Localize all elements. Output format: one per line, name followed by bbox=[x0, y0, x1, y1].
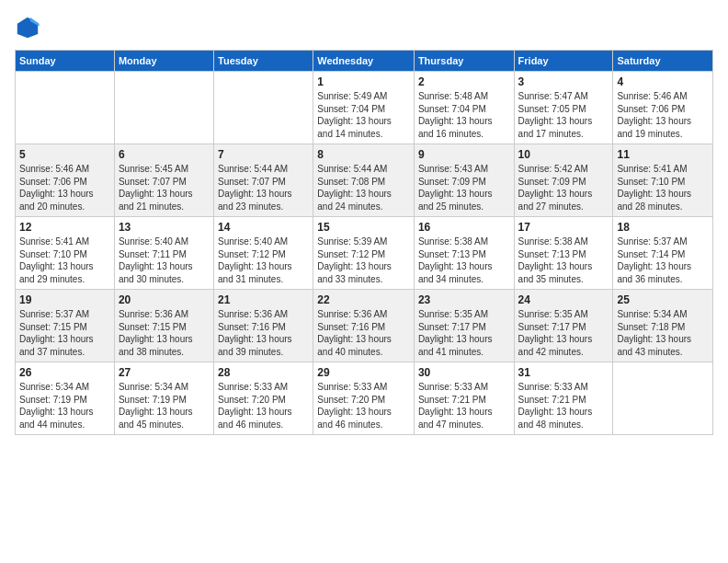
day-number: 21 bbox=[218, 293, 309, 306]
calendar-cell: 22Sunrise: 5:36 AM Sunset: 7:16 PM Dayli… bbox=[313, 290, 415, 362]
day-info: Sunrise: 5:36 AM Sunset: 7:16 PM Dayligh… bbox=[218, 308, 309, 358]
weekday-header: Monday bbox=[114, 51, 213, 72]
day-info: Sunrise: 5:44 AM Sunset: 7:08 PM Dayligh… bbox=[317, 163, 410, 213]
calendar-cell: 2Sunrise: 5:48 AM Sunset: 7:04 PM Daylig… bbox=[414, 72, 514, 144]
day-info: Sunrise: 5:36 AM Sunset: 7:15 PM Dayligh… bbox=[119, 308, 210, 358]
day-info: Sunrise: 5:42 AM Sunset: 7:09 PM Dayligh… bbox=[518, 163, 609, 213]
page-header bbox=[15, 15, 713, 40]
day-info: Sunrise: 5:35 AM Sunset: 7:17 PM Dayligh… bbox=[518, 308, 609, 358]
day-number: 5 bbox=[19, 148, 110, 161]
day-info: Sunrise: 5:33 AM Sunset: 7:20 PM Dayligh… bbox=[218, 381, 309, 431]
day-number: 9 bbox=[418, 148, 510, 161]
day-number: 16 bbox=[418, 221, 510, 234]
calendar-cell: 6Sunrise: 5:45 AM Sunset: 7:07 PM Daylig… bbox=[114, 144, 213, 217]
calendar-cell bbox=[613, 362, 713, 435]
day-number: 27 bbox=[119, 366, 210, 379]
day-info: Sunrise: 5:48 AM Sunset: 7:04 PM Dayligh… bbox=[418, 90, 510, 140]
calendar-cell: 21Sunrise: 5:36 AM Sunset: 7:16 PM Dayli… bbox=[214, 290, 313, 362]
day-number: 14 bbox=[218, 221, 309, 234]
day-info: Sunrise: 5:38 AM Sunset: 7:13 PM Dayligh… bbox=[518, 236, 609, 285]
logo-icon bbox=[15, 15, 40, 40]
calendar-cell bbox=[214, 72, 313, 144]
day-info: Sunrise: 5:41 AM Sunset: 7:10 PM Dayligh… bbox=[617, 163, 709, 213]
day-number: 19 bbox=[19, 293, 110, 306]
calendar-cell: 1Sunrise: 5:49 AM Sunset: 7:04 PM Daylig… bbox=[313, 72, 415, 144]
day-info: Sunrise: 5:44 AM Sunset: 7:07 PM Dayligh… bbox=[218, 163, 309, 213]
calendar-cell: 28Sunrise: 5:33 AM Sunset: 7:20 PM Dayli… bbox=[214, 362, 313, 435]
calendar-cell: 11Sunrise: 5:41 AM Sunset: 7:10 PM Dayli… bbox=[613, 144, 713, 217]
calendar-cell: 4Sunrise: 5:46 AM Sunset: 7:06 PM Daylig… bbox=[613, 72, 713, 144]
day-info: Sunrise: 5:45 AM Sunset: 7:07 PM Dayligh… bbox=[119, 163, 210, 213]
day-number: 3 bbox=[518, 75, 609, 88]
calendar-cell: 18Sunrise: 5:37 AM Sunset: 7:14 PM Dayli… bbox=[613, 217, 713, 290]
day-info: Sunrise: 5:46 AM Sunset: 7:06 PM Dayligh… bbox=[19, 163, 110, 213]
day-info: Sunrise: 5:34 AM Sunset: 7:19 PM Dayligh… bbox=[119, 381, 210, 431]
day-info: Sunrise: 5:47 AM Sunset: 7:05 PM Dayligh… bbox=[518, 90, 609, 140]
day-number: 23 bbox=[418, 293, 510, 306]
calendar-cell: 15Sunrise: 5:39 AM Sunset: 7:12 PM Dayli… bbox=[313, 217, 415, 290]
weekday-header: Wednesday bbox=[313, 51, 415, 72]
calendar-cell: 27Sunrise: 5:34 AM Sunset: 7:19 PM Dayli… bbox=[114, 362, 213, 435]
calendar-cell: 31Sunrise: 5:33 AM Sunset: 7:21 PM Dayli… bbox=[514, 362, 613, 435]
calendar-cell: 26Sunrise: 5:34 AM Sunset: 7:19 PM Dayli… bbox=[16, 362, 115, 435]
day-number: 26 bbox=[19, 366, 110, 379]
day-number: 29 bbox=[317, 366, 410, 379]
day-number: 7 bbox=[218, 148, 309, 161]
day-info: Sunrise: 5:46 AM Sunset: 7:06 PM Dayligh… bbox=[617, 90, 709, 140]
calendar-cell: 20Sunrise: 5:36 AM Sunset: 7:15 PM Dayli… bbox=[114, 290, 213, 362]
calendar-cell: 14Sunrise: 5:40 AM Sunset: 7:12 PM Dayli… bbox=[214, 217, 313, 290]
day-info: Sunrise: 5:40 AM Sunset: 7:11 PM Dayligh… bbox=[119, 236, 210, 285]
day-number: 12 bbox=[19, 221, 110, 234]
day-info: Sunrise: 5:33 AM Sunset: 7:21 PM Dayligh… bbox=[518, 381, 609, 431]
calendar-cell: 16Sunrise: 5:38 AM Sunset: 7:13 PM Dayli… bbox=[414, 217, 514, 290]
calendar-cell: 25Sunrise: 5:34 AM Sunset: 7:18 PM Dayli… bbox=[613, 290, 713, 362]
calendar-cell: 24Sunrise: 5:35 AM Sunset: 7:17 PM Dayli… bbox=[514, 290, 613, 362]
day-info: Sunrise: 5:36 AM Sunset: 7:16 PM Dayligh… bbox=[317, 308, 410, 358]
weekday-header: Tuesday bbox=[214, 51, 313, 72]
calendar: SundayMondayTuesdayWednesdayThursdayFrid… bbox=[15, 50, 713, 435]
calendar-cell: 12Sunrise: 5:41 AM Sunset: 7:10 PM Dayli… bbox=[16, 217, 115, 290]
day-number: 30 bbox=[418, 366, 510, 379]
day-info: Sunrise: 5:33 AM Sunset: 7:21 PM Dayligh… bbox=[418, 381, 510, 431]
day-number: 28 bbox=[218, 366, 309, 379]
calendar-cell: 7Sunrise: 5:44 AM Sunset: 7:07 PM Daylig… bbox=[214, 144, 313, 217]
day-number: 10 bbox=[518, 148, 609, 161]
calendar-cell: 29Sunrise: 5:33 AM Sunset: 7:20 PM Dayli… bbox=[313, 362, 415, 435]
day-info: Sunrise: 5:33 AM Sunset: 7:20 PM Dayligh… bbox=[317, 381, 410, 431]
calendar-cell: 8Sunrise: 5:44 AM Sunset: 7:08 PM Daylig… bbox=[313, 144, 415, 217]
day-info: Sunrise: 5:39 AM Sunset: 7:12 PM Dayligh… bbox=[317, 236, 410, 285]
day-number: 11 bbox=[617, 148, 709, 161]
day-number: 24 bbox=[518, 293, 609, 306]
day-number: 18 bbox=[617, 221, 709, 234]
day-info: Sunrise: 5:35 AM Sunset: 7:17 PM Dayligh… bbox=[418, 308, 510, 358]
calendar-cell: 30Sunrise: 5:33 AM Sunset: 7:21 PM Dayli… bbox=[414, 362, 514, 435]
calendar-cell: 13Sunrise: 5:40 AM Sunset: 7:11 PM Dayli… bbox=[114, 217, 213, 290]
day-number: 20 bbox=[119, 293, 210, 306]
day-number: 31 bbox=[518, 366, 609, 379]
calendar-cell: 23Sunrise: 5:35 AM Sunset: 7:17 PM Dayli… bbox=[414, 290, 514, 362]
calendar-cell: 10Sunrise: 5:42 AM Sunset: 7:09 PM Dayli… bbox=[514, 144, 613, 217]
day-info: Sunrise: 5:40 AM Sunset: 7:12 PM Dayligh… bbox=[218, 236, 309, 285]
weekday-header: Friday bbox=[514, 51, 613, 72]
day-info: Sunrise: 5:37 AM Sunset: 7:15 PM Dayligh… bbox=[19, 308, 110, 358]
day-number: 6 bbox=[119, 148, 210, 161]
svg-marker-0 bbox=[17, 17, 38, 38]
calendar-cell: 19Sunrise: 5:37 AM Sunset: 7:15 PM Dayli… bbox=[16, 290, 115, 362]
weekday-header: Saturday bbox=[613, 51, 713, 72]
calendar-cell bbox=[114, 72, 213, 144]
day-info: Sunrise: 5:37 AM Sunset: 7:14 PM Dayligh… bbox=[617, 236, 709, 285]
day-info: Sunrise: 5:43 AM Sunset: 7:09 PM Dayligh… bbox=[418, 163, 510, 213]
day-number: 4 bbox=[617, 75, 709, 88]
day-number: 17 bbox=[518, 221, 609, 234]
logo bbox=[15, 15, 44, 40]
day-number: 25 bbox=[617, 293, 709, 306]
calendar-cell: 3Sunrise: 5:47 AM Sunset: 7:05 PM Daylig… bbox=[514, 72, 613, 144]
calendar-cell: 9Sunrise: 5:43 AM Sunset: 7:09 PM Daylig… bbox=[414, 144, 514, 217]
day-number: 13 bbox=[119, 221, 210, 234]
day-number: 1 bbox=[317, 75, 410, 88]
day-info: Sunrise: 5:41 AM Sunset: 7:10 PM Dayligh… bbox=[19, 236, 110, 285]
day-info: Sunrise: 5:49 AM Sunset: 7:04 PM Dayligh… bbox=[317, 90, 410, 140]
calendar-cell: 17Sunrise: 5:38 AM Sunset: 7:13 PM Dayli… bbox=[514, 217, 613, 290]
day-number: 22 bbox=[317, 293, 410, 306]
day-number: 15 bbox=[317, 221, 410, 234]
